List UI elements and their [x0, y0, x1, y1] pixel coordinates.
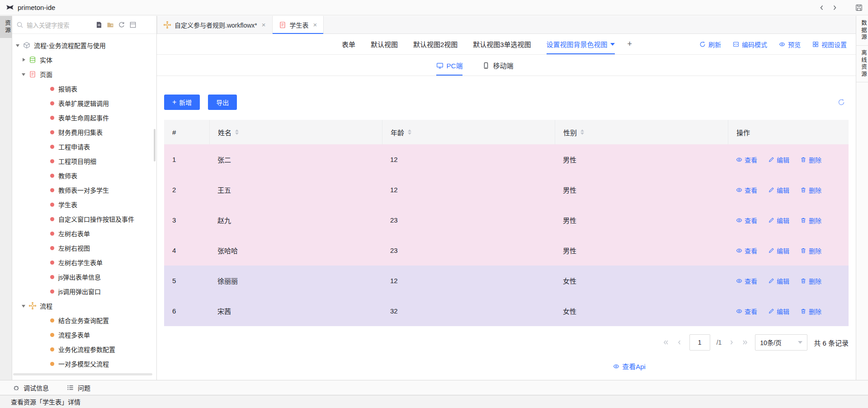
first-page-icon[interactable]: [662, 339, 670, 346]
row-action-edit[interactable]: 编辑: [768, 276, 789, 285]
tree-item[interactable]: 自定义窗口操作按钮及事件: [12, 212, 156, 226]
next-page-icon[interactable]: [728, 339, 735, 346]
page-number-input[interactable]: 1: [689, 334, 710, 351]
add-view-button[interactable]: +: [627, 39, 632, 49]
row-action-view[interactable]: 查看: [736, 246, 757, 255]
view-tabs: 表单默认视图默认视图2视图默认视图3单选视图设置视图背景色视图+: [157, 34, 699, 54]
chevron-down-icon[interactable]: [610, 43, 615, 46]
device-tab-mobile[interactable]: 移动端: [482, 55, 513, 76]
column-header[interactable]: 姓名: [209, 120, 382, 144]
export-button[interactable]: 导出: [208, 95, 237, 110]
refresh-icon[interactable]: [118, 21, 125, 28]
collapse-all-icon[interactable]: [129, 21, 137, 28]
view-tab[interactable]: 默认视图3单选视图: [473, 34, 531, 54]
table-refresh-icon[interactable]: [838, 99, 845, 106]
new-folder-icon[interactable]: [107, 21, 114, 28]
nav-forward-icon[interactable]: [831, 4, 838, 11]
column-header[interactable]: 年龄: [382, 120, 555, 144]
search-input[interactable]: 输入关键字搜索: [12, 16, 156, 34]
sort-icon[interactable]: [580, 129, 584, 135]
view-action-button[interactable]: 视图设置: [812, 40, 847, 49]
import-icon[interactable]: [95, 21, 103, 28]
row-action-edit[interactable]: 编辑: [768, 155, 789, 164]
tree-item[interactable]: js弹出表单信息: [12, 270, 156, 284]
row-action-edit[interactable]: 编辑: [768, 246, 789, 255]
view-tab[interactable]: 默认视图: [371, 34, 398, 54]
row-action-delete[interactable]: 删除: [800, 216, 821, 225]
tree-item[interactable]: 左树右视图: [12, 241, 156, 255]
row-action-delete[interactable]: 删除: [800, 185, 821, 195]
row-action-edit[interactable]: 编辑: [768, 185, 789, 195]
add-button[interactable]: + 新增: [164, 95, 200, 110]
row-action-view[interactable]: 查看: [736, 155, 757, 164]
dot-icon: [50, 174, 54, 178]
row-action-delete[interactable]: 删除: [800, 246, 821, 255]
column-header[interactable]: 性别: [555, 120, 728, 144]
expander-icon[interactable]: [16, 43, 20, 47]
nav-back-icon[interactable]: [818, 4, 826, 11]
row-action-delete[interactable]: 删除: [800, 307, 821, 316]
device-tab-pc[interactable]: PC端: [436, 55, 463, 76]
sort-icon[interactable]: [235, 129, 239, 135]
row-action-delete[interactable]: 删除: [800, 155, 821, 164]
tree-item[interactable]: 表单生命周起事件: [12, 110, 156, 125]
tree-item[interactable]: js调用弹出窗口: [12, 284, 156, 299]
bottom-panel-tab-problems[interactable]: 问题: [67, 383, 90, 392]
row-action-view[interactable]: 查看: [736, 185, 757, 195]
view-action-button[interactable]: 预览: [779, 40, 801, 49]
expander-icon[interactable]: [22, 72, 26, 76]
row-action-view[interactable]: 查看: [736, 276, 757, 285]
tree-item[interactable]: 流程多表单: [12, 327, 156, 342]
tree-item[interactable]: 流程-业务流程配置与使用: [12, 38, 156, 52]
tree-item[interactable]: 教师表: [12, 168, 156, 183]
tree-item[interactable]: 报销表: [12, 81, 156, 96]
column-header: 操作: [728, 120, 849, 144]
tree-item[interactable]: 表单扩展逻辑调用: [12, 96, 156, 110]
row-actions: 查看编辑删除: [728, 185, 849, 195]
page-size-select[interactable]: 10条/页: [755, 334, 807, 351]
table-cell: 6: [164, 307, 209, 315]
tree-item[interactable]: 工程项目明细: [12, 154, 156, 168]
tree-item[interactable]: 实体: [12, 52, 156, 67]
view-tab[interactable]: 表单: [342, 34, 355, 54]
last-page-icon[interactable]: [741, 339, 749, 346]
rail-tab-datasource[interactable]: 数据源: [856, 16, 868, 46]
tree-item[interactable]: 教师表一对多学生: [12, 183, 156, 197]
sort-icon[interactable]: [408, 129, 411, 135]
close-icon[interactable]: ×: [262, 21, 266, 28]
table-cell: 32: [382, 307, 555, 315]
tree-item[interactable]: 左树右表单: [12, 226, 156, 241]
save-layout-icon[interactable]: [855, 4, 863, 11]
view-api-link[interactable]: 查看Api: [613, 361, 646, 371]
refresh-view-button[interactable]: 刷新: [699, 40, 721, 49]
tree-item[interactable]: 财务费用归集表: [12, 125, 156, 139]
sidebar-horizontal-scrollbar[interactable]: [13, 373, 152, 375]
title-bar: primeton-ide: [0, 0, 868, 15]
row-action-view[interactable]: 查看: [736, 216, 757, 225]
row-action-edit[interactable]: 编辑: [768, 216, 789, 225]
editor-tab[interactable]: 自定义参与者规则.workflowx*×: [157, 16, 273, 33]
close-icon[interactable]: ×: [313, 21, 317, 28]
rail-tab-offline-resources[interactable]: 离线资源: [856, 46, 868, 82]
sidebar-vertical-scrollbar[interactable]: [154, 129, 156, 161]
bottom-panel-tab-debug[interactable]: 调试信息: [13, 383, 49, 392]
view-tab[interactable]: 默认视图2视图: [413, 34, 458, 54]
tree-item[interactable]: 结合业务查询配置: [12, 313, 156, 327]
row-action-delete[interactable]: 删除: [800, 276, 821, 285]
tree-item[interactable]: 流程: [12, 299, 156, 313]
tree-item[interactable]: 一对多模型父流程: [12, 356, 156, 371]
editor-tab[interactable]: 学生表×: [273, 16, 324, 33]
expander-icon[interactable]: [22, 57, 26, 62]
prev-page-icon[interactable]: [676, 339, 683, 346]
tree-item[interactable]: 业务化流程参数配置: [12, 342, 156, 356]
tree-item[interactable]: 左树右学生表单: [12, 255, 156, 270]
tree-item[interactable]: 页面: [12, 67, 156, 81]
tree-item[interactable]: 学生表: [12, 197, 156, 212]
expander-icon[interactable]: [22, 304, 26, 308]
view-action-button[interactable]: 编码模式: [733, 40, 767, 49]
row-action-edit[interactable]: 编辑: [768, 307, 789, 316]
rail-tab-resources[interactable]: 资源: [0, 16, 12, 38]
view-tab[interactable]: 设置视图背景色视图: [547, 34, 615, 54]
tree-item[interactable]: 工程申请表: [12, 139, 156, 154]
row-action-view[interactable]: 查看: [736, 307, 757, 316]
